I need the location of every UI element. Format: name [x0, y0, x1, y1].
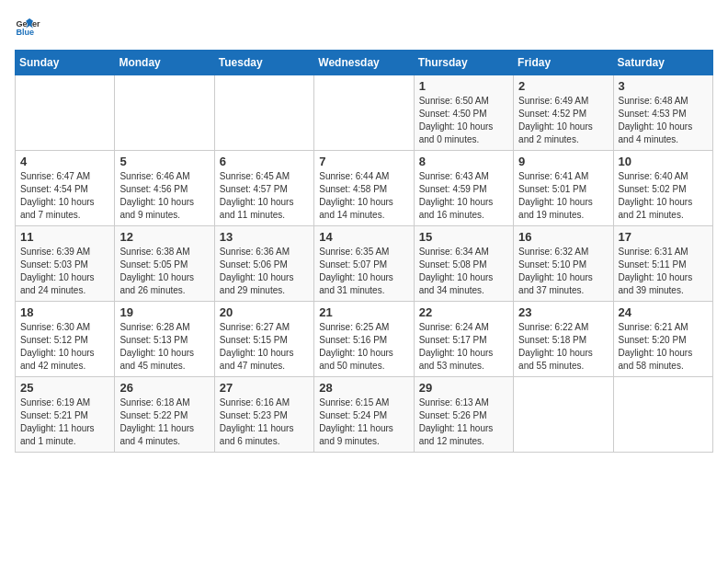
weekday-header-row: SundayMondayTuesdayWednesdayThursdayFrid…: [16, 51, 713, 75]
calendar-cell: 10Sunrise: 6:40 AM Sunset: 5:02 PM Dayli…: [613, 151, 712, 226]
weekday-header-thursday: Thursday: [414, 51, 513, 75]
day-info: Sunrise: 6:31 AM Sunset: 5:11 PM Dayligh…: [619, 246, 708, 297]
day-number: 3: [619, 79, 708, 93]
day-number: 9: [518, 155, 608, 168]
day-number: 5: [119, 155, 209, 168]
day-number: 16: [518, 230, 608, 244]
calendar-cell: 24Sunrise: 6:21 AM Sunset: 5:20 PM Dayli…: [613, 302, 712, 377]
calendar-cell: 15Sunrise: 6:34 AM Sunset: 5:08 PM Dayli…: [414, 226, 513, 302]
calendar-cell: 18Sunrise: 6:30 AM Sunset: 5:12 PM Dayli…: [16, 302, 115, 377]
day-number: 1: [419, 79, 508, 93]
day-number: 22: [419, 305, 508, 319]
weekday-header-saturday: Saturday: [613, 51, 712, 75]
day-info: Sunrise: 6:39 AM Sunset: 5:03 PM Dayligh…: [20, 246, 109, 297]
calendar-cell: 14Sunrise: 6:35 AM Sunset: 5:07 PM Dayli…: [314, 226, 414, 302]
calendar-cell: 29Sunrise: 6:13 AM Sunset: 5:26 PM Dayli…: [414, 377, 513, 453]
day-number: 24: [619, 305, 708, 319]
calendar-cell: 5Sunrise: 6:46 AM Sunset: 4:56 PM Daylig…: [115, 151, 214, 226]
day-number: 14: [319, 230, 408, 244]
day-number: 26: [119, 381, 209, 395]
day-info: Sunrise: 6:22 AM Sunset: 5:18 PM Dayligh…: [518, 321, 608, 373]
calendar-cell: 2Sunrise: 6:49 AM Sunset: 4:52 PM Daylig…: [514, 75, 613, 151]
logo: General Blue: [15, 15, 44, 40]
calendar-cell: 4Sunrise: 6:47 AM Sunset: 4:54 PM Daylig…: [16, 151, 115, 226]
calendar-cell: 19Sunrise: 6:28 AM Sunset: 5:13 PM Dayli…: [115, 302, 214, 377]
day-info: Sunrise: 6:30 AM Sunset: 5:12 PM Dayligh…: [20, 321, 109, 373]
weekday-header-sunday: Sunday: [16, 51, 115, 75]
calendar-cell: 9Sunrise: 6:41 AM Sunset: 5:01 PM Daylig…: [514, 151, 613, 226]
day-number: 17: [619, 230, 708, 244]
calendar-cell: [115, 75, 214, 151]
logo-icon: General Blue: [15, 15, 40, 40]
calendar-week-row: 18Sunrise: 6:30 AM Sunset: 5:12 PM Dayli…: [16, 302, 713, 377]
day-info: Sunrise: 6:27 AM Sunset: 5:15 PM Dayligh…: [220, 321, 309, 373]
calendar-cell: 1Sunrise: 6:50 AM Sunset: 4:50 PM Daylig…: [414, 75, 513, 151]
header: General Blue: [15, 15, 713, 40]
day-number: 8: [419, 155, 508, 168]
day-info: Sunrise: 6:44 AM Sunset: 4:58 PM Dayligh…: [319, 170, 408, 222]
calendar-cell: 8Sunrise: 6:43 AM Sunset: 4:59 PM Daylig…: [414, 151, 513, 226]
day-info: Sunrise: 6:13 AM Sunset: 5:26 PM Dayligh…: [419, 396, 508, 448]
day-number: 4: [20, 155, 109, 168]
calendar-cell: 11Sunrise: 6:39 AM Sunset: 5:03 PM Dayli…: [16, 226, 115, 302]
day-info: Sunrise: 6:40 AM Sunset: 5:02 PM Dayligh…: [619, 170, 708, 222]
day-info: Sunrise: 6:49 AM Sunset: 4:52 PM Dayligh…: [518, 95, 608, 146]
weekday-header-tuesday: Tuesday: [214, 51, 313, 75]
calendar-week-row: 11Sunrise: 6:39 AM Sunset: 5:03 PM Dayli…: [16, 226, 713, 302]
calendar-cell: 12Sunrise: 6:38 AM Sunset: 5:05 PM Dayli…: [115, 226, 214, 302]
day-info: Sunrise: 6:34 AM Sunset: 5:08 PM Dayligh…: [419, 246, 508, 297]
calendar-cell: 6Sunrise: 6:45 AM Sunset: 4:57 PM Daylig…: [214, 151, 313, 226]
calendar-cell: 22Sunrise: 6:24 AM Sunset: 5:17 PM Dayli…: [414, 302, 513, 377]
calendar-cell: 16Sunrise: 6:32 AM Sunset: 5:10 PM Dayli…: [514, 226, 613, 302]
calendar-cell: [16, 75, 115, 151]
day-number: 15: [419, 230, 508, 244]
day-number: 19: [119, 305, 209, 319]
day-number: 18: [20, 305, 109, 319]
day-info: Sunrise: 6:15 AM Sunset: 5:24 PM Dayligh…: [319, 396, 408, 448]
day-number: 25: [20, 381, 109, 395]
day-info: Sunrise: 6:25 AM Sunset: 5:16 PM Dayligh…: [319, 321, 408, 373]
day-info: Sunrise: 6:45 AM Sunset: 4:57 PM Dayligh…: [220, 170, 309, 222]
weekday-header-monday: Monday: [115, 51, 214, 75]
day-info: Sunrise: 6:18 AM Sunset: 5:22 PM Dayligh…: [119, 396, 209, 448]
day-info: Sunrise: 6:35 AM Sunset: 5:07 PM Dayligh…: [319, 246, 408, 297]
calendar-cell: 25Sunrise: 6:19 AM Sunset: 5:21 PM Dayli…: [16, 377, 115, 453]
day-number: 20: [220, 305, 309, 319]
calendar-cell: 27Sunrise: 6:16 AM Sunset: 5:23 PM Dayli…: [214, 377, 313, 453]
day-info: Sunrise: 6:24 AM Sunset: 5:17 PM Dayligh…: [419, 321, 508, 373]
day-info: Sunrise: 6:43 AM Sunset: 4:59 PM Dayligh…: [419, 170, 508, 222]
day-info: Sunrise: 6:47 AM Sunset: 4:54 PM Dayligh…: [20, 170, 109, 222]
day-info: Sunrise: 6:19 AM Sunset: 5:21 PM Dayligh…: [20, 396, 109, 448]
calendar-table: SundayMondayTuesdayWednesdayThursdayFrid…: [15, 50, 713, 453]
day-info: Sunrise: 6:16 AM Sunset: 5:23 PM Dayligh…: [220, 396, 309, 448]
day-info: Sunrise: 6:32 AM Sunset: 5:10 PM Dayligh…: [518, 246, 608, 297]
calendar-cell: 21Sunrise: 6:25 AM Sunset: 5:16 PM Dayli…: [314, 302, 414, 377]
weekday-header-friday: Friday: [514, 51, 613, 75]
calendar-week-row: 4Sunrise: 6:47 AM Sunset: 4:54 PM Daylig…: [16, 151, 713, 226]
day-info: Sunrise: 6:48 AM Sunset: 4:53 PM Dayligh…: [619, 95, 708, 146]
day-info: Sunrise: 6:28 AM Sunset: 5:13 PM Dayligh…: [119, 321, 209, 373]
calendar-cell: [613, 377, 712, 453]
day-number: 10: [619, 155, 708, 168]
calendar-cell: 17Sunrise: 6:31 AM Sunset: 5:11 PM Dayli…: [613, 226, 712, 302]
day-number: 13: [220, 230, 309, 244]
day-info: Sunrise: 6:36 AM Sunset: 5:06 PM Dayligh…: [220, 246, 309, 297]
day-number: 28: [319, 381, 408, 395]
day-info: Sunrise: 6:41 AM Sunset: 5:01 PM Dayligh…: [518, 170, 608, 222]
calendar-cell: 23Sunrise: 6:22 AM Sunset: 5:18 PM Dayli…: [514, 302, 613, 377]
day-number: 21: [319, 305, 408, 319]
calendar-cell: 13Sunrise: 6:36 AM Sunset: 5:06 PM Dayli…: [214, 226, 313, 302]
day-number: 6: [220, 155, 309, 168]
calendar-cell: 3Sunrise: 6:48 AM Sunset: 4:53 PM Daylig…: [613, 75, 712, 151]
day-number: 11: [20, 230, 109, 244]
day-info: Sunrise: 6:50 AM Sunset: 4:50 PM Dayligh…: [419, 95, 508, 146]
day-number: 7: [319, 155, 408, 168]
calendar-cell: [514, 377, 613, 453]
calendar-cell: 7Sunrise: 6:44 AM Sunset: 4:58 PM Daylig…: [314, 151, 414, 226]
day-number: 27: [220, 381, 309, 395]
day-number: 23: [518, 305, 608, 319]
calendar-cell: 26Sunrise: 6:18 AM Sunset: 5:22 PM Dayli…: [115, 377, 214, 453]
calendar-week-row: 1Sunrise: 6:50 AM Sunset: 4:50 PM Daylig…: [16, 75, 713, 151]
calendar-cell: [214, 75, 313, 151]
day-info: Sunrise: 6:46 AM Sunset: 4:56 PM Dayligh…: [119, 170, 209, 222]
